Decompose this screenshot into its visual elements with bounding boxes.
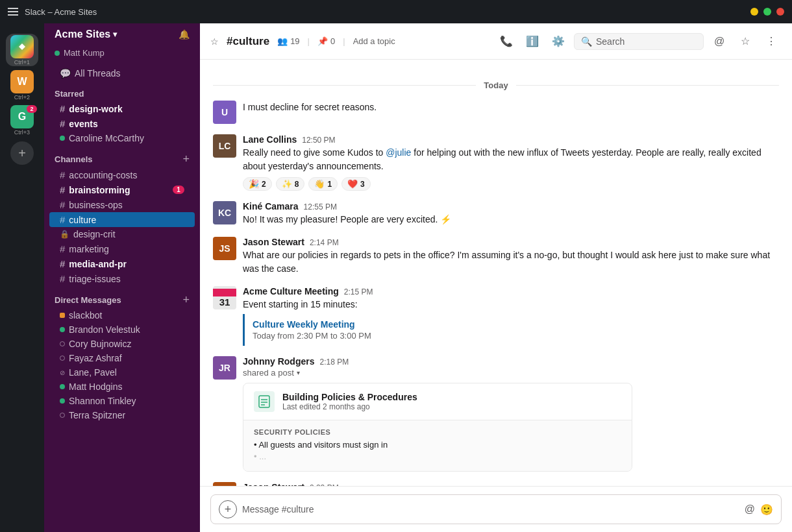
- settings-icon[interactable]: ⚙️: [548, 31, 569, 52]
- workspace-2[interactable]: W Ctrl+2: [6, 69, 38, 101]
- reaction-heart[interactable]: ❤️3: [341, 177, 371, 191]
- channel-business-ops[interactable]: # business-ops: [49, 197, 195, 212]
- dm-brandon[interactable]: Brandon Velestuk: [49, 322, 195, 337]
- channel-marketing[interactable]: # marketing: [49, 241, 195, 256]
- starred-channel-events[interactable]: # events: [49, 116, 195, 131]
- at-icon[interactable]: @: [709, 31, 730, 52]
- shortcut-2: Ctrl+2: [14, 94, 30, 101]
- dm-terra[interactable]: Terra Spitzner: [49, 408, 195, 422]
- sidebar-header: Acme Sites ▾ 🔔: [44, 23, 200, 45]
- at-mention-icon[interactable]: @: [745, 503, 755, 515]
- titlebar: Slack – Acme Sites – □ ×: [0, 0, 792, 23]
- message-add-button[interactable]: +: [219, 500, 237, 518]
- security-item-faded: ...: [254, 452, 621, 461]
- message-author[interactable]: Johnny Rodgers: [243, 356, 314, 367]
- emoji-icon[interactable]: 🙂: [760, 503, 773, 516]
- pins-count[interactable]: 📌 0: [317, 36, 335, 46]
- channel-design-crit[interactable]: 🔒 design-crit: [49, 227, 195, 241]
- members-count[interactable]: 👥 19: [277, 36, 299, 46]
- add-topic-button[interactable]: Add a topic: [353, 36, 395, 46]
- channel-triage-issues[interactable]: # triage-issues: [49, 271, 195, 286]
- starred-channel-design-work[interactable]: # design-work: [49, 101, 195, 116]
- channel-brainstorming[interactable]: # brainstorming 1: [49, 182, 195, 197]
- message-body: I must decline for secret reasons.: [243, 101, 779, 124]
- sidebar-dm-header[interactable]: Direct Messages +: [44, 286, 200, 308]
- search-box[interactable]: 🔍: [574, 33, 704, 50]
- message-author[interactable]: Acme Culture Meeting: [243, 286, 339, 296]
- starred-dm-caroline[interactable]: Caroline McCarthy: [49, 131, 195, 145]
- phone-icon[interactable]: 📞: [496, 31, 517, 52]
- event-title[interactable]: Culture Weekly Meeting: [253, 319, 771, 330]
- message-row: JR Johnny Rodgers 2:18 PM shared a post …: [213, 356, 779, 472]
- avatar: LC: [213, 134, 236, 158]
- workspace-3[interactable]: G Ctrl+3 2: [6, 104, 38, 136]
- hash-icon: #: [60, 184, 65, 195]
- message-body: Kiné Camara 12:55 PM No! It was my pleas…: [243, 201, 779, 226]
- workspace-acme[interactable]: Ctrl+1: [6, 34, 38, 66]
- shared-post-meta: Last edited 2 months ago: [282, 402, 417, 411]
- message-input[interactable]: [242, 504, 739, 514]
- sidebar-channels-header[interactable]: Channels +: [44, 145, 200, 167]
- dm-matt[interactable]: Matt Hodgins: [49, 380, 195, 394]
- avatar: JS: [213, 237, 236, 260]
- reaction-sparkle[interactable]: ✨8: [276, 177, 305, 191]
- date-divider: Today: [213, 80, 779, 90]
- sidebar-starred-header[interactable]: Starred: [44, 81, 200, 101]
- add-dm-button[interactable]: +: [182, 294, 190, 306]
- hash-icon: #: [60, 214, 65, 225]
- info-icon[interactable]: ℹ️: [522, 31, 543, 52]
- dm-shannon[interactable]: Shannon Tinkley: [49, 394, 195, 408]
- add-channel-button[interactable]: +: [182, 153, 190, 165]
- messages-area: Today U I must decline for secret reason…: [200, 60, 792, 486]
- channel-media-and-pr[interactable]: # media-and-pr: [49, 256, 195, 271]
- mention[interactable]: @julie: [386, 147, 411, 158]
- svg-rect-0: [259, 396, 269, 407]
- message-header: Kiné Camara 12:55 PM: [243, 201, 779, 212]
- dropdown-arrow-icon: ▾: [297, 369, 300, 376]
- user-status: Matt Kump: [44, 45, 200, 66]
- sidebar-item-all-threads[interactable]: 💬 All Threads: [49, 66, 195, 81]
- maximize-button[interactable]: □: [763, 8, 771, 16]
- reaction-party[interactable]: 🎉2: [243, 177, 272, 191]
- hamburger-menu[interactable]: [8, 8, 18, 16]
- message-body: Acme Culture Meeting 2:15 PM Event start…: [243, 286, 779, 346]
- hash-icon: #: [60, 273, 65, 284]
- dm-fayaz[interactable]: Fayaz Ashraf: [49, 351, 195, 365]
- shared-indicator[interactable]: shared a post ▾: [243, 368, 779, 378]
- brainstorming-badge: 1: [173, 186, 184, 194]
- bookmark-icon[interactable]: ☆: [735, 31, 756, 52]
- add-workspace-button[interactable]: +: [10, 141, 34, 165]
- reaction-wave[interactable]: 👋1: [308, 177, 338, 191]
- workspace-name[interactable]: Acme Sites ▾: [55, 29, 117, 40]
- shared-post-info: Building Policies & Procedures Last edit…: [282, 392, 417, 411]
- message-author[interactable]: Lane Collins: [243, 134, 297, 145]
- hash-icon: #: [60, 258, 65, 269]
- header-actions: 📞 ℹ️ ⚙️ 🔍 @ ☆ ⋮: [496, 31, 782, 52]
- lock-icon: 🔒: [60, 230, 69, 239]
- message-author[interactable]: Jason Stewart: [243, 237, 304, 247]
- close-button[interactable]: ×: [776, 8, 784, 16]
- message-header: Lane Collins 12:50 PM: [243, 134, 779, 145]
- search-icon: 🔍: [581, 36, 592, 47]
- app-icons-column: Ctrl+1 W Ctrl+2 G Ctrl+3 2 +: [0, 0, 44, 532]
- message-header: Acme Culture Meeting 2:15 PM: [243, 286, 779, 296]
- shared-post-title[interactable]: Building Policies & Procedures: [282, 392, 417, 402]
- message-author[interactable]: Kiné Camara: [243, 201, 299, 212]
- minimize-button[interactable]: –: [750, 8, 758, 16]
- event-card: Culture Weekly Meeting Today from 2:30 P…: [243, 314, 779, 346]
- channel-accounting-costs[interactable]: # accounting-costs: [49, 167, 195, 182]
- search-input[interactable]: [596, 36, 697, 47]
- document-icon: [254, 391, 275, 412]
- notification-bell-icon[interactable]: 🔔: [179, 29, 190, 40]
- dm-slackbot[interactable]: slackbot: [49, 308, 195, 322]
- calendar-avatar: 31: [213, 286, 236, 309]
- dm-lane-pavel[interactable]: ⊘ Lane, Pavel: [49, 365, 195, 380]
- dm-cory[interactable]: Cory Bujnowicz: [49, 337, 195, 351]
- channel-culture[interactable]: # culture: [49, 212, 195, 227]
- workspace-3-badge: 2: [27, 105, 37, 113]
- message-header: Jason Stewart 2:14 PM: [243, 237, 779, 247]
- avatar: U: [213, 101, 236, 124]
- channel-star-icon[interactable]: ☆: [210, 36, 219, 47]
- pin-icon: 📌: [317, 36, 328, 46]
- more-options-icon[interactable]: ⋮: [761, 31, 782, 52]
